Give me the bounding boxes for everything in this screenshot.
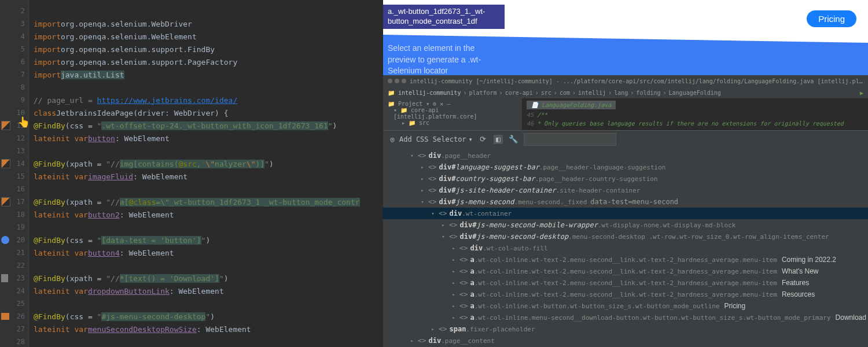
line-number[interactable]: 21 <box>0 246 28 259</box>
crumb[interactable]: folding <box>636 90 660 96</box>
line-number[interactable]: 26 <box>0 310 28 323</box>
file-icon[interactable] <box>1 274 8 282</box>
tag-name: a <box>470 256 474 264</box>
tree-row[interactable]: ▸<>a .wt-col-inline.wt-text-2.menu-secon… <box>383 289 868 300</box>
line-number[interactable]: 12 <box>0 132 28 145</box>
add-css-selector-button[interactable]: ◎ Add CSS Selector ▾ <box>388 135 473 144</box>
expand-arrow-icon[interactable]: ▸ <box>440 222 447 228</box>
crumb[interactable]: platform <box>469 90 496 96</box>
line-number[interactable]: 18 <box>0 208 28 221</box>
css-selector: [data-test = 'button'] <box>101 236 201 245</box>
line-number[interactable]: 13 <box>0 145 28 157</box>
line-number[interactable]: 16 <box>0 183 28 195</box>
ide-breadcrumbs[interactable]: 📁 intellij-community ›platform ›core-api… <box>383 87 868 98</box>
highlight-toggle-icon[interactable]: ◧ <box>494 135 503 144</box>
selenium-locator-icon[interactable] <box>1 159 10 168</box>
line-no: 45 <box>527 112 534 118</box>
browser-preview[interactable]: a._wt-button_1df2673_1._wt-button_mode_c… <box>383 0 868 75</box>
tree-row[interactable]: ▸<>span .fixer-placeholder <box>383 323 868 335</box>
tree-row[interactable]: ▸<>div .wt-col-auto-fill <box>383 242 868 254</box>
crumb[interactable]: intellij-community <box>398 90 461 96</box>
expand-arrow-icon[interactable]: ▸ <box>419 164 426 170</box>
line-number[interactable]: 20 <box>0 234 28 246</box>
dom-tree[interactable]: ▾<>div .page__header▸<>div#language-sugg… <box>383 147 868 347</box>
crumb[interactable]: lang <box>614 90 628 96</box>
line-number[interactable]: 22 <box>0 259 28 272</box>
expand-arrow-icon[interactable]: ▾ <box>409 153 415 158</box>
line-number[interactable]: 25 <box>0 297 28 310</box>
line-number[interactable]: 23 <box>0 272 28 285</box>
hint-line: Select an element in the <box>388 43 481 54</box>
tree-row[interactable]: ▸<>a .wt-col-inline.wt-button.wt-button_… <box>383 300 868 312</box>
expand-arrow-icon[interactable]: ▸ <box>429 326 436 332</box>
tag-bracket-icon: <> <box>459 302 468 310</box>
expand-arrow-icon[interactable]: ▸ <box>450 315 457 320</box>
line-number[interactable]: 8 <box>0 81 28 94</box>
expand-arrow-icon[interactable]: ▸ <box>450 291 457 297</box>
crumb[interactable]: LanguageFolding <box>669 90 721 96</box>
expand-arrow-icon[interactable]: ▸ <box>419 187 426 193</box>
tree-row[interactable]: ▸<>a .wt-col-inline.wt-text-2.menu-secon… <box>383 254 868 265</box>
line-number[interactable]: 7 <box>0 68 28 81</box>
refresh-icon[interactable]: ⟳ <box>479 135 488 144</box>
tag-bracket-icon: <> <box>439 325 447 333</box>
expand-arrow-icon[interactable]: ▾ <box>429 211 436 216</box>
tag-bracket-icon: <> <box>459 313 468 322</box>
selenium-locator-icon[interactable] <box>1 197 10 206</box>
expand-arrow-icon[interactable]: ▸ <box>450 257 457 263</box>
expand-arrow-icon[interactable]: ▸ <box>450 268 457 274</box>
tree-row[interactable]: ▾<>div .wt-container <box>383 208 868 219</box>
css-icon[interactable] <box>1 313 9 320</box>
settings-icon[interactable]: 🔧 <box>509 135 518 144</box>
expand-arrow-icon[interactable]: ▸ <box>450 303 457 309</box>
selenium-locator-icon[interactable] <box>1 121 10 130</box>
tree-row[interactable]: ▾<>div#js-menu-second-desktop .menu-seco… <box>383 231 868 242</box>
expand-arrow-icon[interactable]: ▸ <box>450 245 457 251</box>
line-number[interactable]: 24 <box>0 285 28 297</box>
expand-arrow-icon[interactable]: ▾ <box>440 234 447 239</box>
crumb[interactable]: core-api <box>505 90 533 96</box>
crumb[interactable]: com <box>560 90 570 96</box>
expand-arrow-icon[interactable]: ▸ <box>450 280 457 286</box>
code-editor[interactable]: import org.openqa.selenium.WebDriver imp… <box>29 0 383 347</box>
line-number[interactable]: 28 <box>0 335 28 347</box>
line-number[interactable]: 19 <box>0 221 28 234</box>
tree-row[interactable]: ▾<>div#js-menu-second .menu-second._fixe… <box>383 196 868 208</box>
param: driver: WebDriver <box>138 109 215 117</box>
crumb[interactable]: intellij <box>578 90 606 96</box>
project-tree[interactable]: 📁 Project ▾ ⚙ ✕ — ▾ 📁 core-api [intellij… <box>383 98 522 130</box>
aqua-marker-icon[interactable] <box>1 236 9 244</box>
line-number[interactable]: 5 <box>0 43 28 56</box>
param-key: xpath <box>70 198 93 206</box>
line-number[interactable]: 17 <box>0 195 28 208</box>
tree-row[interactable]: ▸<>a .wt-col-inline.wt-text-2.menu-secon… <box>383 265 868 277</box>
pricing-button[interactable]: Pricing <box>807 10 856 27</box>
editor-tab[interactable]: 📄 LanguageFolding.java <box>527 101 616 109</box>
annotation: @FindBy <box>34 160 65 168</box>
line-number[interactable]: 2 <box>0 5 28 17</box>
tree-row[interactable]: ▸<>div#country-suggest-bar .page__header… <box>383 173 868 184</box>
line-number[interactable]: 9 <box>0 94 28 106</box>
css-selector: .wt-offset-top-24._wt-button_with_icon_1… <box>101 121 328 130</box>
window-controls[interactable] <box>388 79 406 83</box>
tree-row[interactable]: ▸<>div#language-suggest-bar .page__heade… <box>383 161 868 173</box>
line-number[interactable]: 14 <box>0 157 28 170</box>
expand-arrow-icon[interactable]: ▸ <box>419 176 426 182</box>
tree-row[interactable]: ▸<>a .wt-col-inline.wt-text-2.menu-secon… <box>383 277 868 289</box>
expand-arrow-icon[interactable]: ▾ <box>419 199 426 205</box>
tree-row[interactable]: ▸<>div .page__content <box>383 335 868 346</box>
crumb[interactable]: src <box>541 90 551 96</box>
line-number[interactable]: 15 <box>0 170 28 183</box>
selector-search-input[interactable] <box>524 133 616 146</box>
line-number[interactable]: 27 <box>0 323 28 335</box>
element-id: country-suggest-bar <box>455 175 535 183</box>
tree-row[interactable]: ▸<>a .wt-col-inline.menu-second__downloa… <box>383 312 868 323</box>
line-number[interactable]: 6 <box>0 56 28 68</box>
url-link[interactable]: https://www.jetbrains.com/idea/ <box>97 96 238 105</box>
tree-row[interactable]: ▾<>div .page__header <box>383 150 868 161</box>
expand-arrow-icon[interactable]: ▸ <box>409 338 415 344</box>
line-number[interactable]: 3 <box>0 17 28 30</box>
tree-row[interactable]: ▸<>div#js-site-header-container .site-he… <box>383 184 868 196</box>
line-number[interactable]: 4 <box>0 30 28 43</box>
tree-row[interactable]: ▸<>div#js-menu-second-mobile-wrapper .wt… <box>383 219 868 231</box>
